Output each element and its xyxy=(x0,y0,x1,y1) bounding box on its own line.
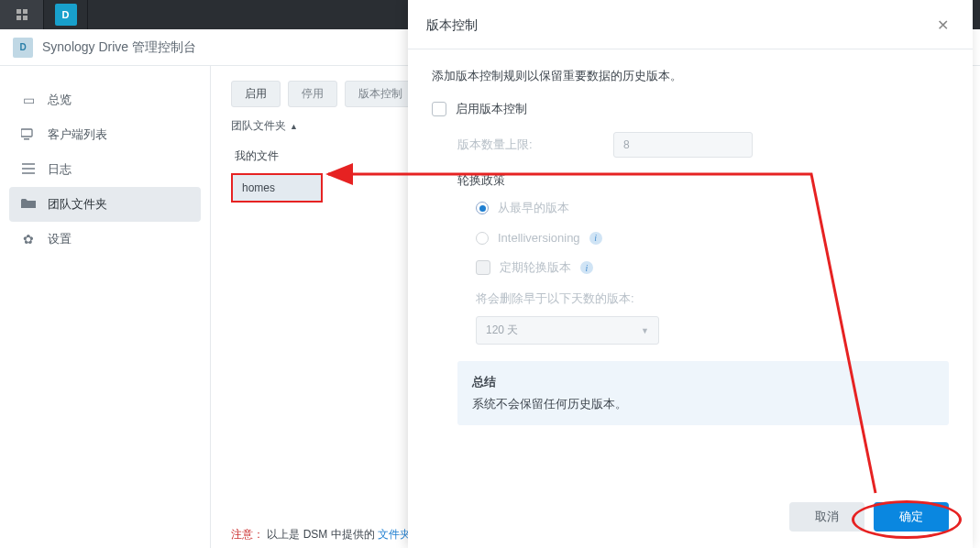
enable-button[interactable]: 启用 xyxy=(231,81,281,107)
sidebar-item-label: 总览 xyxy=(48,92,72,108)
folder-row-homes[interactable]: homes xyxy=(231,173,323,203)
radio-earliest[interactable] xyxy=(476,202,489,214)
svg-rect-3 xyxy=(23,16,28,20)
svg-rect-1 xyxy=(23,9,28,14)
rotate-periodic-checkbox[interactable] xyxy=(476,260,490,275)
enable-vc-label: 启用版本控制 xyxy=(456,101,527,117)
sidebar-item-overview[interactable]: ▭ 总览 xyxy=(9,82,201,117)
sidebar-item-label: 团队文件夹 xyxy=(48,196,107,213)
summary-text: 系统不会保留任何历史版本。 xyxy=(472,396,934,412)
sidebar-item-settings[interactable]: ✿ 设置 xyxy=(9,222,201,257)
dialog-footer: 取消 确定 xyxy=(408,502,973,548)
dialog-description: 添加版本控制规则以保留重要数据的历史版本。 xyxy=(432,68,949,84)
chevron-down-icon: ▼ xyxy=(641,326,649,335)
svg-rect-0 xyxy=(17,9,21,14)
sidebar-item-label: 日志 xyxy=(48,161,72,178)
enable-vc-checkbox[interactable] xyxy=(432,102,446,116)
max-versions-row: 版本数量上限: xyxy=(432,132,949,158)
radio-earliest-row: 从最早的版本 xyxy=(432,200,949,216)
sidebar: ▭ 总览 客户端列表 日志 团队文件夹 xyxy=(0,66,211,548)
chevron-up-icon: ▲ xyxy=(290,122,298,131)
radio-earliest-label: 从最早的版本 xyxy=(498,200,569,216)
delete-older-label: 将会删除早于以下天数的版本: xyxy=(476,290,949,307)
disable-button[interactable]: 停用 xyxy=(288,81,337,107)
sidebar-item-team-folder[interactable]: 团队文件夹 xyxy=(9,187,201,222)
dialog-title: 版本控制 xyxy=(426,17,931,34)
gear-icon: ✿ xyxy=(20,232,37,247)
dialog-header: 版本控制 ✕ xyxy=(408,0,973,49)
svg-rect-2 xyxy=(17,16,21,20)
sidebar-item-label: 设置 xyxy=(48,231,72,247)
sidebar-item-clients[interactable]: 客户端列表 xyxy=(9,117,201,152)
max-versions-input[interactable] xyxy=(613,132,753,158)
cancel-button[interactable]: 取消 xyxy=(789,502,864,532)
svg-rect-4 xyxy=(21,129,32,137)
close-icon[interactable]: ✕ xyxy=(931,15,954,36)
rotate-periodic-label: 定期轮换版本 xyxy=(500,259,571,276)
radio-intelli-label: Intelliversioning xyxy=(498,231,580,245)
taskbar-drive-icon[interactable]: D xyxy=(44,0,88,29)
summary-title: 总结 xyxy=(472,374,934,390)
radio-intelliversioning[interactable] xyxy=(476,232,489,245)
app-logo-icon: D xyxy=(13,38,33,58)
version-control-button[interactable]: 版本控制 xyxy=(345,81,416,107)
folder-link[interactable]: 文件夹 xyxy=(378,528,411,541)
max-versions-label: 版本数量上限: xyxy=(457,137,604,153)
days-select[interactable]: 120 天 ▼ xyxy=(476,316,659,345)
info-icon[interactable]: i xyxy=(580,261,593,274)
taskbar-apps-icon[interactable] xyxy=(0,0,44,29)
rotate-periodic-row: 定期轮换版本 i xyxy=(432,259,949,276)
summary-box: 总结 系统不会保留任何历史版本。 xyxy=(457,361,949,425)
team-folder-dropdown[interactable]: 团队文件夹 ▲ xyxy=(231,118,298,134)
overview-icon: ▭ xyxy=(20,93,37,107)
folder-icon xyxy=(20,197,37,212)
enable-vc-row: 启用版本控制 xyxy=(432,101,949,117)
ok-button[interactable]: 确定 xyxy=(874,502,949,532)
app-title: Synology Drive 管理控制台 xyxy=(42,39,196,56)
clients-icon xyxy=(20,127,37,143)
version-control-dialog: 版本控制 ✕ 添加版本控制规则以保留重要数据的历史版本。 启用版本控制 版本数量… xyxy=(408,0,973,548)
sidebar-item-logs[interactable]: 日志 xyxy=(9,152,201,187)
sidebar-item-label: 客户端列表 xyxy=(48,126,107,143)
dialog-body: 添加版本控制规则以保留重要数据的历史版本。 启用版本控制 版本数量上限: 轮换政… xyxy=(408,49,973,502)
info-icon[interactable]: i xyxy=(589,232,602,245)
logs-icon xyxy=(20,162,37,177)
drive-app-icon: D xyxy=(55,4,77,26)
rotation-policy-label: 轮换政策 xyxy=(457,172,949,189)
radio-intelli-row: Intelliversioning i xyxy=(432,231,949,245)
svg-rect-5 xyxy=(24,138,29,140)
